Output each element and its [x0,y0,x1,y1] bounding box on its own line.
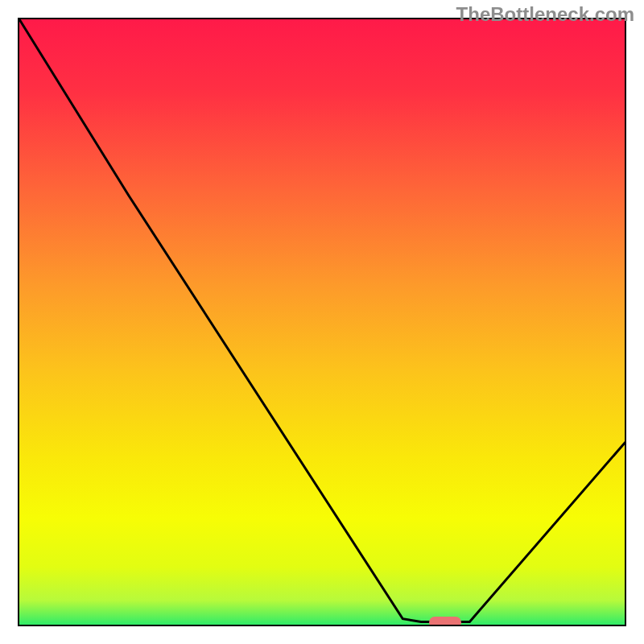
chart-area [18,18,626,626]
bottleneck-curve [19,19,626,626]
watermark-text: TheBottleneck.com [456,3,634,26]
optimal-marker [429,617,461,626]
